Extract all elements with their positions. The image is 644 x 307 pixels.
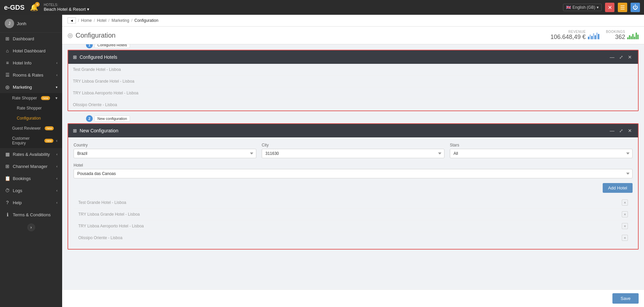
channel-arrow-icon: ‹ <box>56 165 57 168</box>
main-layout: J Jonh ⊞ Dashboard ⌂ Hotel Dashboard ≡ H… <box>0 15 644 307</box>
step1-badge: 1 <box>86 44 93 48</box>
chart-bar-b3 <box>631 36 632 39</box>
chart-bar-b5 <box>634 37 635 39</box>
configured-hotels-panel: ⊞ Configured Hotels — ⤢ ✕ Test Grande Ho… <box>68 50 639 111</box>
new-config-panel: ⊞ New Configuration — ⤢ ✕ Country <box>68 123 639 250</box>
rooms-arrow-icon: ‹ <box>56 73 57 77</box>
bookings-arrow-icon: ‹ <box>56 177 57 180</box>
back-button[interactable]: ◄ <box>68 17 76 24</box>
menu-button[interactable]: ☰ <box>618 3 627 12</box>
list-item[interactable]: Test Grande Hotel - Lisboa <box>68 64 638 76</box>
sidebar-toggle-button[interactable]: › <box>27 223 35 231</box>
new-config-close-btn[interactable]: ✕ <box>627 127 633 134</box>
hotel-entry-remove-button[interactable]: ✕ <box>622 223 628 229</box>
panel-close-btn[interactable]: ✕ <box>627 54 633 60</box>
bookings-label: BOOKINGS <box>606 30 625 34</box>
breadcrumb-hotel[interactable]: Hotel <box>97 18 106 23</box>
hotel-entry: TRY Lisboa Grande Hotel - Lisboa ✕ <box>74 209 633 220</box>
stars-select[interactable]: All 1 2 3 4 5 <box>450 149 633 158</box>
new-config-header: ⊞ New Configuration — ⤢ ✕ <box>68 124 638 137</box>
chart-bar-7 <box>598 34 599 39</box>
hotel-entry-remove-button[interactable]: ✕ <box>622 211 628 217</box>
rates-icon: ▦ <box>5 151 10 157</box>
sidebar-item-help[interactable]: ? Help ‹ <box>0 196 62 209</box>
hotel-select[interactable]: Pousada das Canoas Test Grande Hotel <box>74 169 633 178</box>
add-hotel-row: Add Hotel <box>74 183 633 193</box>
panel-minimize-btn[interactable]: — <box>608 54 616 60</box>
configured-hotels-controls: — ⤢ ✕ <box>608 54 633 60</box>
hotel-info-icon: ≡ <box>5 60 10 65</box>
configured-hotels-icon: ⊞ <box>73 54 77 60</box>
sidebar-item-rate-shopper-sub[interactable]: Rate Shopper <box>0 103 62 113</box>
language-selector[interactable]: 🇬🇧 English (GB) ▾ <box>563 4 602 11</box>
country-select[interactable]: Brazil Portugal Spain <box>74 149 256 158</box>
breadcrumb-marketing[interactable]: Marketing <box>112 18 129 23</box>
sidebar-item-configuration[interactable]: Configuration <box>0 113 62 123</box>
new-config-wrapper: 2 New configuration ⊞ New Configuration … <box>68 123 639 250</box>
revenue-label: REVENUE <box>568 30 586 34</box>
lang-chevron-icon: ▾ <box>597 5 599 10</box>
chart-bar-5 <box>595 35 596 39</box>
add-hotel-button[interactable]: Add Hotel <box>603 183 633 193</box>
guest-reviewer-new-badge: new <box>45 126 54 130</box>
chart-bar-4 <box>593 33 594 39</box>
hotel-info-arrow-icon: ‹ <box>56 61 57 65</box>
breadcrumb-home[interactable]: Home <box>81 18 92 23</box>
hotel-selector[interactable]: HOTELS: Beach Hotel & Resort ▾ <box>44 3 89 12</box>
sidebar-item-rooms-rates[interactable]: ☰ Rooms & Rates ‹ <box>0 69 62 81</box>
panel-expand-btn[interactable]: ⤢ <box>618 54 625 60</box>
hotel-dropdown-icon: ▾ <box>87 7 89 12</box>
chart-bar-b1 <box>627 37 629 39</box>
rate-shopper-new-badge: new <box>41 96 50 100</box>
new-config-minimize-btn[interactable]: — <box>608 127 616 134</box>
list-item[interactable]: TRY Lisboa Grande Hotel - Lisboa <box>68 76 638 87</box>
hotel-entry: Test Grande Hotel - Lisboa ✕ <box>74 197 633 209</box>
hotel-entry-remove-button[interactable]: ✕ <box>622 200 628 206</box>
page-header: ◎ Configuration REVENUE 106.648,49 € <box>62 27 644 44</box>
sidebar-item-logs[interactable]: ⏱ Logs ‹ <box>0 184 62 196</box>
bookings-value: 362 <box>615 34 625 41</box>
user-profile[interactable]: J Jonh <box>0 15 62 33</box>
step2-badge: 2 <box>86 115 93 122</box>
form-row-1: Country Brazil Portugal Spain City <box>74 143 633 158</box>
sidebar-item-terms[interactable]: ℹ Terms & Conditions <box>0 209 62 221</box>
sidebar-item-guest-reviewer[interactable]: Guest Reviewer new <box>0 123 62 133</box>
sidebar-item-customer-enquiry[interactable]: Customer Enquiry new ‹ <box>0 133 62 148</box>
sidebar-item-rates-availability[interactable]: ▦ Rates & Availability ‹ <box>0 148 62 160</box>
page-title-icon: ◎ <box>68 32 73 39</box>
configured-hotels-header: ⊞ Configured Hotels — ⤢ ✕ <box>68 50 638 64</box>
city-group: City 311630 Lisboa <box>262 143 444 158</box>
chart-bar-2 <box>590 35 591 39</box>
hotel-entry-name: Olissipo Oriente - Lisboa <box>78 235 622 240</box>
country-label: Country <box>74 143 256 147</box>
list-item[interactable]: Olissipo Oriente - Lisboa <box>68 99 638 111</box>
marketing-icon: ◎ <box>5 84 10 90</box>
new-config-title: New Configuration <box>80 128 118 133</box>
city-select[interactable]: 311630 Lisboa <box>262 149 444 158</box>
sidebar-item-dashboard[interactable]: ⊞ Dashboard <box>0 33 62 45</box>
top-nav: e-GDS 🔔 4 HOTELS: Beach Hotel & Resort ▾… <box>0 0 644 15</box>
sidebar-item-hotel-dashboard[interactable]: ⌂ Hotel Dashboard <box>0 45 62 57</box>
hotel-entry-name: TRY Lisboa Grande Hotel - Lisboa <box>78 212 622 217</box>
sidebar-item-marketing[interactable]: ◎ Marketing ▾ <box>0 81 62 93</box>
help-icon: ? <box>5 200 10 205</box>
new-config-expand-btn[interactable]: ⤢ <box>618 127 625 134</box>
chart-bar-b7 <box>637 35 639 39</box>
close-button[interactable]: ✕ <box>605 3 614 12</box>
list-item[interactable]: TRY Lisboa Aeroporto Hotel - Lisboa <box>68 87 638 99</box>
sidebar-item-hotel-info[interactable]: ≡ Hotel Info ‹ <box>0 57 62 69</box>
step1-label: Configured Hotels <box>94 44 130 48</box>
save-button[interactable]: Save <box>612 293 639 304</box>
main-content: 1 Configured Hotels ⊞ Configured Hotels … <box>62 44 644 290</box>
power-button[interactable]: ⏻ <box>631 3 640 12</box>
rates-arrow-icon: ‹ <box>56 152 57 156</box>
revenue-value: 106.648,49 € <box>551 34 586 41</box>
hotel-entry-remove-button[interactable]: ✕ <box>622 235 628 241</box>
configured-hotels-list: Test Grande Hotel - Lisboa TRY Lisboa Gr… <box>68 64 638 111</box>
notification-bell[interactable]: 🔔 4 <box>30 3 38 11</box>
sidebar-item-rate-shopper[interactable]: Rate Shopper new ▾ <box>0 93 62 103</box>
chart-bar-1 <box>588 37 589 39</box>
city-label: City <box>262 143 444 147</box>
sidebar-item-channel-manager[interactable]: ⊞ Channel Manager ‹ <box>0 160 62 172</box>
sidebar-item-bookings[interactable]: 📋 Bookings ‹ <box>0 172 62 184</box>
